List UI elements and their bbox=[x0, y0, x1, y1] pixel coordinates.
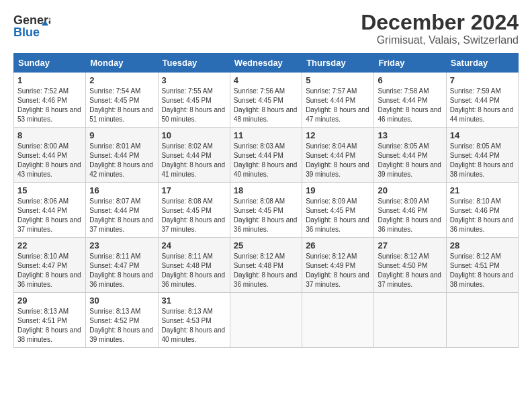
day-info: Sunrise: 8:12 AM Sunset: 4:48 PM Dayligh… bbox=[234, 252, 298, 289]
day-number: 8 bbox=[17, 130, 82, 140]
day-info: Sunrise: 8:07 AM Sunset: 4:44 PM Dayligh… bbox=[89, 197, 154, 234]
day-info: Sunrise: 7:54 AM Sunset: 4:45 PM Dayligh… bbox=[89, 87, 154, 124]
calendar-week-row: 1Sunrise: 7:52 AM Sunset: 4:46 PM Daylig… bbox=[14, 73, 519, 128]
day-info: Sunrise: 8:05 AM Sunset: 4:44 PM Dayligh… bbox=[450, 142, 515, 179]
day-info: Sunrise: 8:00 AM Sunset: 4:44 PM Dayligh… bbox=[17, 142, 82, 179]
page-title: December 2024 bbox=[361, 11, 519, 34]
calendar-cell: 3Sunrise: 7:55 AM Sunset: 4:45 PM Daylig… bbox=[158, 73, 230, 128]
day-info: Sunrise: 8:11 AM Sunset: 4:47 PM Dayligh… bbox=[89, 252, 154, 289]
day-number: 1 bbox=[17, 75, 82, 85]
day-header-thursday: Thursday bbox=[302, 54, 374, 73]
calendar-cell: 7Sunrise: 7:59 AM Sunset: 4:44 PM Daylig… bbox=[446, 73, 518, 128]
day-number: 2 bbox=[89, 75, 154, 85]
day-number: 6 bbox=[378, 75, 442, 85]
calendar-cell: 15Sunrise: 8:06 AM Sunset: 4:44 PM Dayli… bbox=[14, 183, 86, 238]
svg-text:Blue: Blue bbox=[13, 26, 40, 39]
day-number: 3 bbox=[162, 75, 226, 85]
day-header-wednesday: Wednesday bbox=[230, 54, 302, 73]
calendar-cell: 23Sunrise: 8:11 AM Sunset: 4:47 PM Dayli… bbox=[86, 238, 158, 293]
day-number: 29 bbox=[17, 295, 82, 306]
day-info: Sunrise: 8:13 AM Sunset: 4:52 PM Dayligh… bbox=[89, 307, 154, 345]
day-number: 20 bbox=[378, 185, 442, 195]
calendar-cell: 16Sunrise: 8:07 AM Sunset: 4:44 PM Dayli… bbox=[86, 183, 158, 238]
day-info: Sunrise: 7:59 AM Sunset: 4:44 PM Dayligh… bbox=[450, 87, 515, 124]
day-number: 27 bbox=[378, 240, 442, 250]
calendar-cell: 11Sunrise: 8:03 AM Sunset: 4:44 PM Dayli… bbox=[230, 128, 302, 183]
day-number: 24 bbox=[162, 240, 226, 250]
day-number: 7 bbox=[450, 75, 515, 85]
day-info: Sunrise: 7:55 AM Sunset: 4:45 PM Dayligh… bbox=[162, 87, 226, 124]
calendar-cell: 22Sunrise: 8:10 AM Sunset: 4:47 PM Dayli… bbox=[14, 238, 86, 293]
calendar-cell: 1Sunrise: 7:52 AM Sunset: 4:46 PM Daylig… bbox=[14, 73, 86, 128]
calendar-cell: 2Sunrise: 7:54 AM Sunset: 4:45 PM Daylig… bbox=[86, 73, 158, 128]
day-number: 15 bbox=[17, 185, 82, 195]
day-number: 11 bbox=[234, 130, 298, 140]
calendar-cell: 5Sunrise: 7:57 AM Sunset: 4:44 PM Daylig… bbox=[302, 73, 374, 128]
calendar-cell: 20Sunrise: 8:09 AM Sunset: 4:46 PM Dayli… bbox=[374, 183, 446, 238]
calendar-cell: 18Sunrise: 8:08 AM Sunset: 4:45 PM Dayli… bbox=[230, 183, 302, 238]
calendar-cell: 10Sunrise: 8:02 AM Sunset: 4:44 PM Dayli… bbox=[158, 128, 230, 183]
day-number: 25 bbox=[234, 240, 298, 250]
day-number: 16 bbox=[89, 185, 154, 195]
day-info: Sunrise: 8:08 AM Sunset: 4:45 PM Dayligh… bbox=[234, 197, 298, 234]
calendar-cell bbox=[230, 293, 302, 348]
calendar-cell: 24Sunrise: 8:11 AM Sunset: 4:48 PM Dayli… bbox=[158, 238, 230, 293]
calendar-cell: 30Sunrise: 8:13 AM Sunset: 4:52 PM Dayli… bbox=[86, 293, 158, 348]
day-number: 14 bbox=[450, 130, 515, 140]
day-number: 19 bbox=[306, 185, 370, 195]
day-info: Sunrise: 8:09 AM Sunset: 4:45 PM Dayligh… bbox=[306, 197, 370, 234]
calendar-cell bbox=[302, 293, 374, 348]
header: General Blue December 2024 Grimisuat, Va… bbox=[13, 11, 519, 46]
day-info: Sunrise: 8:12 AM Sunset: 4:50 PM Dayligh… bbox=[378, 252, 442, 289]
day-info: Sunrise: 8:05 AM Sunset: 4:44 PM Dayligh… bbox=[378, 142, 442, 179]
calendar-week-row: 8Sunrise: 8:00 AM Sunset: 4:44 PM Daylig… bbox=[14, 128, 519, 183]
calendar-week-row: 15Sunrise: 8:06 AM Sunset: 4:44 PM Dayli… bbox=[14, 183, 519, 238]
day-number: 10 bbox=[162, 130, 226, 140]
day-header-saturday: Saturday bbox=[446, 54, 518, 73]
calendar-cell: 12Sunrise: 8:04 AM Sunset: 4:44 PM Dayli… bbox=[302, 128, 374, 183]
calendar-cell bbox=[374, 293, 446, 348]
day-info: Sunrise: 8:13 AM Sunset: 4:53 PM Dayligh… bbox=[162, 307, 226, 345]
day-info: Sunrise: 8:01 AM Sunset: 4:44 PM Dayligh… bbox=[89, 142, 154, 179]
page-container: General Blue December 2024 Grimisuat, Va… bbox=[13, 11, 519, 348]
calendar-header-row: SundayMondayTuesdayWednesdayThursdayFrid… bbox=[14, 54, 519, 73]
calendar-cell: 25Sunrise: 8:12 AM Sunset: 4:48 PM Dayli… bbox=[230, 238, 302, 293]
day-info: Sunrise: 8:04 AM Sunset: 4:44 PM Dayligh… bbox=[306, 142, 370, 179]
calendar-cell: 19Sunrise: 8:09 AM Sunset: 4:45 PM Dayli… bbox=[302, 183, 374, 238]
day-number: 30 bbox=[89, 295, 154, 306]
day-number: 12 bbox=[306, 130, 370, 140]
logo-icon: General Blue bbox=[13, 11, 50, 40]
day-number: 31 bbox=[162, 295, 226, 306]
calendar-cell: 6Sunrise: 7:58 AM Sunset: 4:44 PM Daylig… bbox=[374, 73, 446, 128]
day-info: Sunrise: 8:02 AM Sunset: 4:44 PM Dayligh… bbox=[162, 142, 226, 179]
calendar-week-row: 29Sunrise: 8:13 AM Sunset: 4:51 PM Dayli… bbox=[14, 293, 519, 348]
day-number: 22 bbox=[17, 240, 82, 250]
calendar-cell: 21Sunrise: 8:10 AM Sunset: 4:46 PM Dayli… bbox=[446, 183, 518, 238]
logo: General Blue bbox=[13, 11, 50, 40]
day-number: 23 bbox=[89, 240, 154, 250]
day-info: Sunrise: 8:06 AM Sunset: 4:44 PM Dayligh… bbox=[17, 197, 82, 234]
day-info: Sunrise: 8:13 AM Sunset: 4:51 PM Dayligh… bbox=[17, 307, 82, 345]
day-info: Sunrise: 8:11 AM Sunset: 4:48 PM Dayligh… bbox=[162, 252, 226, 289]
day-number: 13 bbox=[378, 130, 442, 140]
calendar-week-row: 22Sunrise: 8:10 AM Sunset: 4:47 PM Dayli… bbox=[14, 238, 519, 293]
day-number: 4 bbox=[234, 75, 298, 85]
day-info: Sunrise: 8:10 AM Sunset: 4:46 PM Dayligh… bbox=[450, 197, 515, 234]
day-info: Sunrise: 8:12 AM Sunset: 4:51 PM Dayligh… bbox=[450, 252, 515, 289]
day-number: 17 bbox=[162, 185, 226, 195]
calendar-cell: 17Sunrise: 8:08 AM Sunset: 4:45 PM Dayli… bbox=[158, 183, 230, 238]
calendar-cell: 14Sunrise: 8:05 AM Sunset: 4:44 PM Dayli… bbox=[446, 128, 518, 183]
title-block: December 2024 Grimisuat, Valais, Switzer… bbox=[361, 11, 519, 46]
day-info: Sunrise: 7:57 AM Sunset: 4:44 PM Dayligh… bbox=[306, 87, 370, 124]
day-number: 18 bbox=[234, 185, 298, 195]
day-number: 26 bbox=[306, 240, 370, 250]
day-header-tuesday: Tuesday bbox=[158, 54, 230, 73]
day-header-monday: Monday bbox=[86, 54, 158, 73]
day-info: Sunrise: 8:12 AM Sunset: 4:49 PM Dayligh… bbox=[306, 252, 370, 289]
day-header-friday: Friday bbox=[374, 54, 446, 73]
calendar-cell: 29Sunrise: 8:13 AM Sunset: 4:51 PM Dayli… bbox=[14, 293, 86, 348]
day-number: 28 bbox=[450, 240, 515, 250]
day-info: Sunrise: 7:58 AM Sunset: 4:44 PM Dayligh… bbox=[378, 87, 442, 124]
calendar-cell: 26Sunrise: 8:12 AM Sunset: 4:49 PM Dayli… bbox=[302, 238, 374, 293]
calendar-table: SundayMondayTuesdayWednesdayThursdayFrid… bbox=[13, 53, 519, 348]
